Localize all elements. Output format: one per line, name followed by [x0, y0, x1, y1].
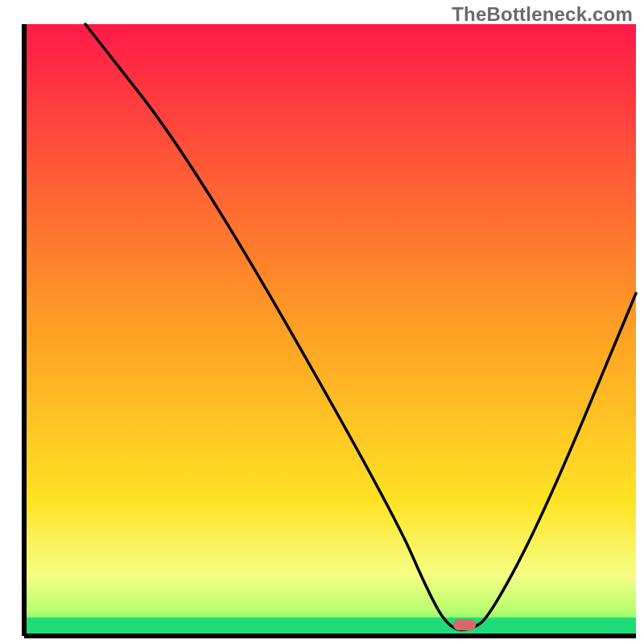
bottleneck-curve-chart	[0, 0, 644, 644]
optimal-point-marker	[453, 619, 476, 630]
green-floor-band	[24, 617, 636, 636]
chart-container: TheBottleneck.com	[0, 0, 644, 644]
gradient-background	[24, 24, 636, 636]
watermark-text: TheBottleneck.com	[452, 3, 633, 26]
